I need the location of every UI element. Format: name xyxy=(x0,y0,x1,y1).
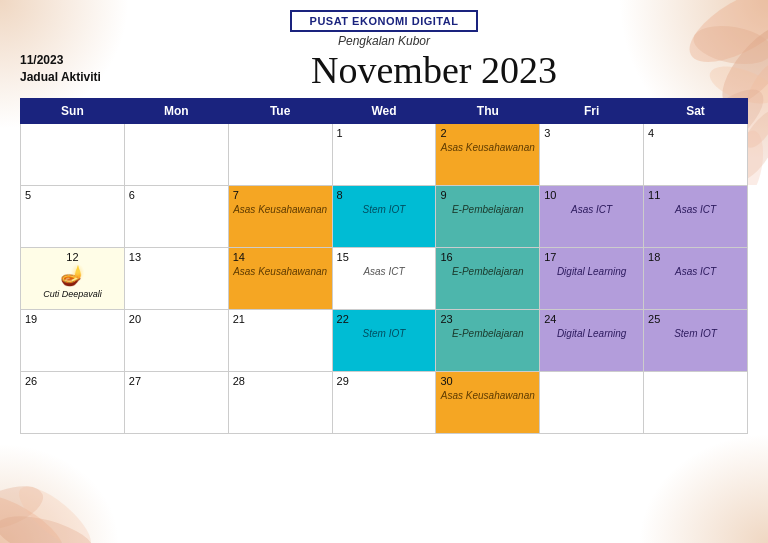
calendar-cell-w1-d1: 6 xyxy=(124,186,228,248)
calendar-cell-w4-d4: 30Asas Keusahawanan xyxy=(436,372,540,434)
calendar-week-1: 567Asas Keusahawanan8Stem IOT9E-Pembelaj… xyxy=(21,186,748,248)
day-number: 18 xyxy=(648,251,743,263)
deepavali-label: Cuti Deepavali xyxy=(43,289,102,299)
event-label: Asas ICT xyxy=(544,203,639,216)
calendar-cell-w3-d2: 21 xyxy=(228,310,332,372)
calendar-header-row: SunMonTueWedThuFriSat xyxy=(21,99,748,124)
calendar-cell-w4-d5 xyxy=(540,372,644,434)
calendar-cell-w0-d6: 4 xyxy=(644,124,748,186)
weekday-header-thu: Thu xyxy=(436,99,540,124)
calendar-cell-w1-d6: 11Asas ICT xyxy=(644,186,748,248)
event-label: Asas Keusahawanan xyxy=(233,203,328,216)
event-label: E-Pembelajaran xyxy=(440,265,535,278)
day-number: 11 xyxy=(648,189,743,201)
calendar-cell-w3-d1: 20 xyxy=(124,310,228,372)
event-label: Digital Learning xyxy=(544,327,639,340)
event-label: Asas Keusahawanan xyxy=(233,265,328,278)
day-number: 17 xyxy=(544,251,639,263)
event-label: Stem IOT xyxy=(648,327,743,340)
svg-point-10 xyxy=(0,477,49,538)
calendar-cell-w3-d6: 25Stem IOT xyxy=(644,310,748,372)
page-content: PUSAT EKONOMI DIGITAL Pengkalan Kubor 11… xyxy=(0,0,768,444)
day-number: 6 xyxy=(129,189,224,201)
calendar-cell-w3-d0: 19 xyxy=(21,310,125,372)
day-number: 26 xyxy=(25,375,120,387)
calendar-cell-w4-d1: 27 xyxy=(124,372,228,434)
weekday-header-wed: Wed xyxy=(332,99,436,124)
calendar-cell-w0-d5: 3 xyxy=(540,124,644,186)
day-number: 27 xyxy=(129,375,224,387)
weekday-header-mon: Mon xyxy=(124,99,228,124)
day-number: 10 xyxy=(544,189,639,201)
calendar-cell-w0-d3: 1 xyxy=(332,124,436,186)
calendar-cell-w4-d3: 29 xyxy=(332,372,436,434)
day-number: 8 xyxy=(337,189,432,201)
calendar-cell-w0-d1 xyxy=(124,124,228,186)
calendar-table: SunMonTueWedThuFriSat 12Asas Keusahawana… xyxy=(20,98,748,434)
calendar-cell-w0-d4: 2Asas Keusahawanan xyxy=(436,124,540,186)
day-number: 1 xyxy=(337,127,432,139)
event-label: Asas ICT xyxy=(337,265,432,278)
corner-decoration-bl xyxy=(0,443,120,543)
day-number: 3 xyxy=(544,127,639,139)
day-number: 4 xyxy=(648,127,743,139)
calendar-cell-w4-d2: 28 xyxy=(228,372,332,434)
day-number: 23 xyxy=(440,313,535,325)
calendar-week-2: 12🪔Cuti Deepavali1314Asas Keusahawanan15… xyxy=(21,248,748,310)
day-number: 5 xyxy=(25,189,120,201)
day-number: 13 xyxy=(129,251,224,263)
calendar-cell-w0-d2 xyxy=(228,124,332,186)
day-number: 21 xyxy=(233,313,328,325)
day-number: 20 xyxy=(129,313,224,325)
header-box: PUSAT EKONOMI DIGITAL Pengkalan Kubor xyxy=(20,10,748,48)
weekday-header-fri: Fri xyxy=(540,99,644,124)
jadual-label: Jadual Aktiviti xyxy=(20,69,120,86)
day-number: 19 xyxy=(25,313,120,325)
calendar-week-0: 12Asas Keusahawanan34 xyxy=(21,124,748,186)
day-number: 15 xyxy=(337,251,432,263)
calendar-cell-w2-d6: 18Asas ICT xyxy=(644,248,748,310)
weekday-header-sun: Sun xyxy=(21,99,125,124)
svg-point-8 xyxy=(0,481,74,543)
calendar-cell-w3-d5: 24Digital Learning xyxy=(540,310,644,372)
period-label: 11/2023 xyxy=(20,52,120,69)
calendar-cell-w3-d4: 23E-Pembelajaran xyxy=(436,310,540,372)
weekday-header-tue: Tue xyxy=(228,99,332,124)
title-left: 11/2023 Jadual Aktiviti xyxy=(20,52,120,86)
event-label: Digital Learning xyxy=(544,265,639,278)
event-label: Asas ICT xyxy=(648,203,743,216)
calendar-cell-w2-d4: 16E-Pembelajaran xyxy=(436,248,540,310)
day-number: 2 xyxy=(440,127,535,139)
day-number: 30 xyxy=(440,375,535,387)
calendar-cell-w1-d4: 9E-Pembelajaran xyxy=(436,186,540,248)
day-number: 14 xyxy=(233,251,328,263)
svg-point-9 xyxy=(0,508,98,543)
calendar-cell-w2-d2: 14Asas Keusahawanan xyxy=(228,248,332,310)
event-label: Stem IOT xyxy=(337,327,432,340)
calendar-cell-w1-d0: 5 xyxy=(21,186,125,248)
deepavali-icon: 🪔 xyxy=(25,263,120,287)
month-title: November 2023 xyxy=(120,48,748,92)
svg-point-11 xyxy=(10,477,100,543)
calendar-cell-w4-d6 xyxy=(644,372,748,434)
calendar-cell-w2-d3: 15Asas ICT xyxy=(332,248,436,310)
day-number: 24 xyxy=(544,313,639,325)
calendar-cell-w1-d5: 10Asas ICT xyxy=(540,186,644,248)
calendar-cell-w2-d0: 12🪔Cuti Deepavali xyxy=(21,248,125,310)
event-label: E-Pembelajaran xyxy=(440,327,535,340)
calendar-week-4: 2627282930Asas Keusahawanan xyxy=(21,372,748,434)
event-label: E-Pembelajaran xyxy=(440,203,535,216)
calendar-cell-w2-d1: 13 xyxy=(124,248,228,310)
calendar-cell-w1-d3: 8Stem IOT xyxy=(332,186,436,248)
corner-decoration-br xyxy=(638,433,768,543)
day-number: 28 xyxy=(233,375,328,387)
day-number: 9 xyxy=(440,189,535,201)
event-label: Asas Keusahawanan xyxy=(440,389,535,402)
calendar-week-3: 19202122Stem IOT23E-Pembelajaran24Digita… xyxy=(21,310,748,372)
event-label: Asas Keusahawanan xyxy=(440,141,535,154)
title-area: 11/2023 Jadual Aktiviti November 2023 xyxy=(20,52,748,92)
calendar-cell-w4-d0: 26 xyxy=(21,372,125,434)
header-subtitle: Pengkalan Kubor xyxy=(20,34,748,48)
day-number: 22 xyxy=(337,313,432,325)
day-number: 29 xyxy=(337,375,432,387)
